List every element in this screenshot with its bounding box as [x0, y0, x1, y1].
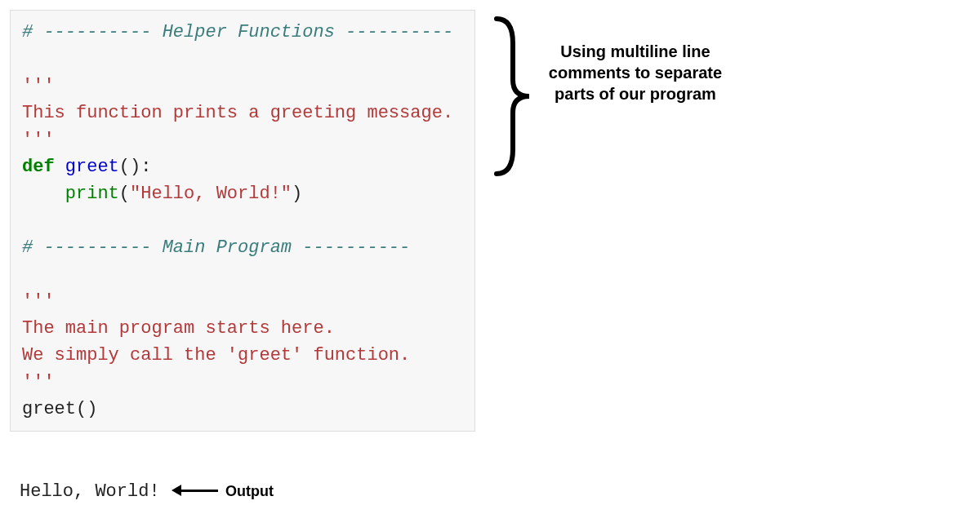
string-literal: "Hello, World!" — [130, 184, 292, 204]
output-text: Hello, World! — [20, 481, 160, 502]
section-comment-main: # ---------- Main Program ---------- — [22, 237, 410, 258]
docstring-text: We simply call the 'greet' function. — [22, 345, 410, 366]
docstring-open: ''' — [22, 291, 55, 312]
section-comment-helpers: # ---------- Helper Functions ---------- — [22, 22, 453, 42]
paren-open: ( — [119, 184, 130, 204]
print-builtin: print — [65, 184, 119, 204]
docstring-close: ''' — [22, 372, 55, 392]
docstring-text: This function prints a greeting message. — [22, 103, 453, 123]
curly-brace-icon — [488, 15, 537, 178]
code-block: # ---------- Helper Functions ----------… — [10, 10, 475, 432]
arrow-icon — [172, 485, 218, 496]
def-keyword: def — [22, 157, 55, 177]
function-call: greet() — [22, 399, 97, 419]
paren-colon: (): — [119, 157, 152, 177]
annotation-text: Using multiline line comments to separat… — [546, 41, 725, 104]
docstring-text: The main program starts here. — [22, 318, 335, 339]
docstring-close: ''' — [22, 130, 55, 150]
output-label: Output — [225, 483, 274, 500]
paren-close: ) — [292, 184, 302, 204]
docstring-open: ''' — [22, 76, 55, 96]
indent — [22, 184, 65, 204]
function-name: greet — [65, 157, 119, 177]
